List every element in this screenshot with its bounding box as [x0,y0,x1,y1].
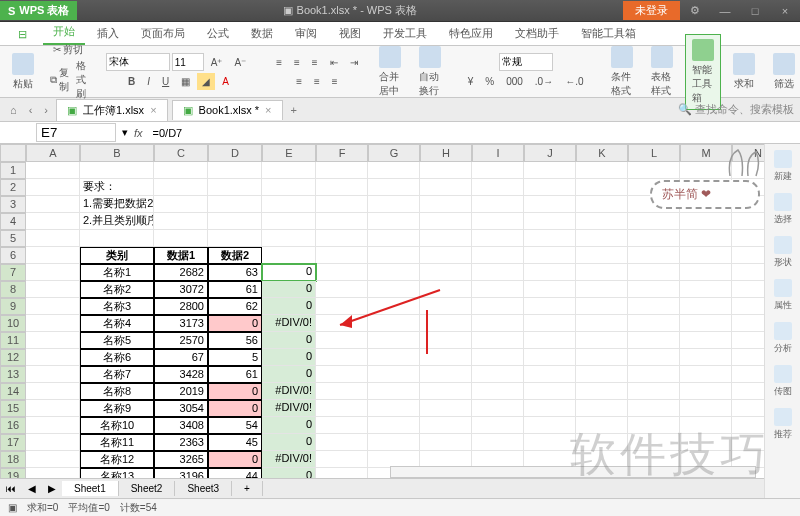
cell-r6c13[interactable] [732,247,764,264]
row-header-14[interactable]: 14 [0,383,26,400]
cell-r14c5[interactable] [316,383,368,400]
cell-r11c3[interactable]: 56 [208,332,262,349]
filter-button[interactable]: 筛选 [767,51,801,93]
cell-r16c2[interactable]: 3408 [154,417,208,434]
cell-r14c4[interactable]: #DIV/0! [262,383,316,400]
cell-r17c2[interactable]: 2363 [154,434,208,451]
cell-r7c9[interactable] [524,264,576,281]
cell-r17c12[interactable] [680,434,732,451]
cell-r2c7[interactable] [420,179,472,196]
cell-r1c3[interactable] [208,162,262,179]
paste-button[interactable]: 粘贴 [6,51,40,93]
cell-r12c6[interactable] [368,349,420,366]
col-header-G[interactable]: G [368,144,420,162]
cell-r1c4[interactable] [262,162,316,179]
cell-r13c7[interactable] [420,366,472,383]
row-header-7[interactable]: 7 [0,264,26,281]
cell-r13c6[interactable] [368,366,420,383]
cell-r8c13[interactable] [732,281,764,298]
cell-r17c6[interactable] [368,434,420,451]
cell-r1c2[interactable] [154,162,208,179]
cell-r8c9[interactable] [524,281,576,298]
cell-r10c6[interactable] [368,315,420,332]
cell-r2c6[interactable] [368,179,420,196]
cell-r10c3[interactable]: 0 [208,315,262,332]
cell-r3c6[interactable] [368,196,420,213]
cell-r11c12[interactable] [680,332,732,349]
cell-r16c4[interactable]: 0 [262,417,316,434]
cell-r5c13[interactable] [732,230,764,247]
cell-r16c9[interactable] [524,417,576,434]
cell-r1c8[interactable] [472,162,524,179]
add-sheet-icon[interactable]: + [232,481,263,496]
name-box[interactable] [36,123,116,142]
cell-r7c5[interactable] [316,264,368,281]
cell-r1c0[interactable] [26,162,80,179]
align-bot-icon[interactable]: ≡ [307,54,323,71]
col-header-H[interactable]: H [420,144,472,162]
cell-r13c13[interactable] [732,366,764,383]
cell-r14c11[interactable] [628,383,680,400]
cell-r11c10[interactable] [576,332,628,349]
row-header-2[interactable]: 2 [0,179,26,196]
cell-r6c4[interactable] [262,247,316,264]
cell-r17c4[interactable]: 0 [262,434,316,451]
sheet-nav-prev-icon[interactable]: ◀ [22,483,42,494]
cell-r3c3[interactable] [208,196,262,213]
sheet-nav-next-icon[interactable]: ▶ [42,483,62,494]
col-header-C[interactable]: C [154,144,208,162]
bold-icon[interactable]: B [123,73,140,90]
cell-r10c5[interactable] [316,315,368,332]
login-button[interactable]: 未登录 [623,1,680,20]
row-header-13[interactable]: 13 [0,366,26,383]
tab-insert[interactable]: 插入 [87,22,129,45]
cell-r16c11[interactable] [628,417,680,434]
cell-r12c4[interactable]: 0 [262,349,316,366]
cell-r7c7[interactable] [420,264,472,281]
cell-r5c0[interactable] [26,230,80,247]
align-left-icon[interactable]: ≡ [291,73,307,90]
cell-r11c6[interactable] [368,332,420,349]
cell-r7c6[interactable] [368,264,420,281]
fontsize-combo[interactable] [172,53,204,71]
row-header-9[interactable]: 9 [0,298,26,315]
cell-r16c0[interactable] [26,417,80,434]
cell-r5c8[interactable] [472,230,524,247]
cell-r15c1[interactable]: 名称9 [80,400,154,417]
cell-r11c0[interactable] [26,332,80,349]
row-header-10[interactable]: 10 [0,315,26,332]
tab-data[interactable]: 数据 [241,22,283,45]
cell-r16c7[interactable] [420,417,472,434]
cell-r17c7[interactable] [420,434,472,451]
cell-r2c2[interactable] [154,179,208,196]
cell-r15c12[interactable] [680,400,732,417]
wrap-button[interactable]: 自动换行 [413,44,447,100]
col-header-I[interactable]: I [472,144,524,162]
cell-r11c11[interactable] [628,332,680,349]
cell-r9c3[interactable]: 62 [208,298,262,315]
rp-upload[interactable]: 传图 [774,365,792,398]
cell-r1c9[interactable] [524,162,576,179]
cell-r14c9[interactable] [524,383,576,400]
sheet-tab-1[interactable]: Sheet1 [62,481,119,496]
tab-review[interactable]: 审阅 [285,22,327,45]
cell-r7c11[interactable] [628,264,680,281]
cell-r9c4[interactable]: 0 [262,298,316,315]
italic-icon[interactable]: I [142,73,155,90]
cell-r17c3[interactable]: 45 [208,434,262,451]
col-header-B[interactable]: B [80,144,154,162]
cell-r4c10[interactable] [576,213,628,230]
currency-icon[interactable]: ¥ [463,73,479,90]
comma-icon[interactable]: 000 [501,73,528,90]
cell-r6c2[interactable]: 数据1 [154,247,208,264]
dec-dec-icon[interactable]: ←.0 [560,73,588,90]
cell-r8c8[interactable] [472,281,524,298]
nav-next-icon[interactable]: › [40,104,52,116]
cell-r4c13[interactable] [732,213,764,230]
cell-r17c13[interactable] [732,434,764,451]
cell-r3c4[interactable] [262,196,316,213]
cell-r8c12[interactable] [680,281,732,298]
cell-r10c0[interactable] [26,315,80,332]
tab-formula[interactable]: 公式 [197,22,239,45]
align-mid-icon[interactable]: ≡ [289,54,305,71]
